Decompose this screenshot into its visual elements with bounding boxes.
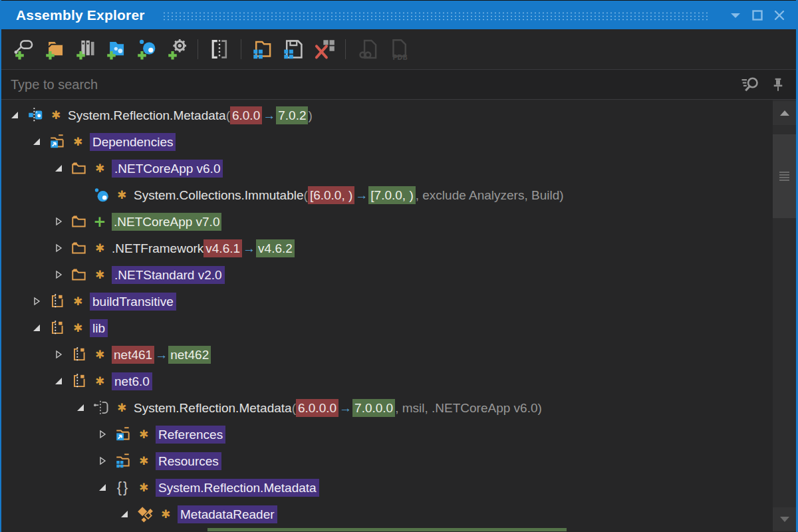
open-folder-button[interactable] bbox=[41, 36, 67, 63]
titlebar[interactable]: Assembly Explorer bbox=[1, 0, 796, 29]
folder-icon bbox=[69, 160, 89, 177]
expander-expanded-icon[interactable] bbox=[97, 482, 113, 493]
expander-collapsed-icon[interactable] bbox=[53, 243, 69, 253]
close-icon[interactable] bbox=[771, 7, 788, 24]
label-segment-purple: net6.0 bbox=[112, 372, 152, 390]
tree-row[interactable]: ✱buildTransitive bbox=[1, 288, 796, 315]
changed-marker: ✱ bbox=[49, 108, 63, 122]
expander-collapsed-icon[interactable] bbox=[97, 429, 113, 440]
package-folder-icon bbox=[47, 293, 67, 310]
expander-collapsed-icon[interactable] bbox=[31, 296, 47, 307]
clipped-tree-row-highlight bbox=[207, 528, 567, 531]
label-segment-red: v4.6.1 bbox=[203, 239, 242, 257]
svg-text:PDB: PDB bbox=[392, 54, 408, 61]
package-folder-icon bbox=[69, 346, 89, 363]
remove-assemblies-button[interactable] bbox=[311, 36, 337, 63]
tree-row-label: System.Reflection.Metadata (6.0.0.0→7.0.… bbox=[134, 399, 542, 417]
tree-row[interactable]: ✱lib bbox=[1, 315, 796, 341]
tree-row[interactable]: {}✱System.Reflection.Metadata bbox=[1, 474, 796, 501]
expander-collapsed-icon[interactable] bbox=[53, 349, 69, 360]
pin-icon[interactable] bbox=[767, 73, 789, 96]
toolbar-separator bbox=[345, 39, 346, 59]
search-input[interactable] bbox=[11, 77, 733, 92]
package-folder-icon bbox=[69, 372, 89, 390]
expander-expanded-icon[interactable] bbox=[9, 110, 25, 120]
expander-expanded-icon[interactable] bbox=[31, 323, 47, 333]
open-from-gac-button[interactable] bbox=[71, 36, 98, 63]
toolbar: PDB bbox=[1, 29, 796, 69]
scroll-up-button[interactable] bbox=[773, 101, 796, 125]
label-segment-name: System.Reflection.Metadata bbox=[68, 106, 226, 124]
tree-row[interactable]: ✱net461→net462 bbox=[1, 341, 796, 368]
expander-expanded-icon[interactable] bbox=[53, 163, 69, 174]
open-process-button[interactable] bbox=[163, 36, 190, 63]
changed-marker: ✱ bbox=[115, 401, 128, 414]
tree-row-label: System.Reflection.Metadata (6.0.0→7.0.2) bbox=[68, 106, 313, 124]
expander-collapsed-icon[interactable] bbox=[97, 456, 113, 466]
export-to-project-button[interactable] bbox=[249, 36, 276, 63]
namespace-icon: {} bbox=[113, 479, 133, 496]
label-segment-purple: lib bbox=[90, 319, 108, 337]
tree-row[interactable]: ✱System.Reflection.Metadata (6.0.0.0→7.0… bbox=[1, 394, 796, 421]
label-segment-arrow: → bbox=[262, 106, 276, 124]
search-bar bbox=[1, 69, 796, 100]
label-segment-red: 6.0.0.0 bbox=[296, 399, 338, 417]
expander-spacer bbox=[75, 190, 91, 200]
tree-view: ✱System.Reflection.Metadata (6.0.0→7.0.2… bbox=[1, 100, 796, 531]
expander-collapsed-icon[interactable] bbox=[53, 269, 69, 280]
tree-row[interactable]: ✱.NETCoreApp v6.0 bbox=[1, 155, 796, 182]
tree-row[interactable]: +.NETCoreApp v7.0 bbox=[1, 208, 796, 235]
changed-marker: ✱ bbox=[93, 241, 106, 255]
label-segment-detail: , exclude Analyzers, Build) bbox=[416, 186, 564, 204]
label-segment-purple: MetadataReader bbox=[178, 505, 277, 523]
expander-expanded-icon[interactable] bbox=[119, 509, 135, 519]
folder-icon bbox=[69, 213, 89, 230]
open-nuget-package-button[interactable] bbox=[132, 36, 159, 63]
tree-row[interactable]: ✱System.Reflection.Metadata (6.0.0→7.0.2… bbox=[1, 102, 796, 128]
window-title: Assembly Explorer bbox=[16, 7, 145, 23]
expander-expanded-icon[interactable] bbox=[53, 376, 69, 386]
label-segment-purple: .NETCoreApp v6.0 bbox=[112, 160, 223, 178]
tree-row[interactable]: ✱Resources bbox=[1, 448, 796, 474]
expander-expanded-icon[interactable] bbox=[75, 402, 91, 413]
maximize-icon[interactable] bbox=[749, 7, 766, 24]
tree-row-label: lib bbox=[90, 319, 108, 337]
label-segment-green: 7.0.2 bbox=[276, 106, 308, 124]
scroll-down-button[interactable] bbox=[773, 507, 796, 531]
toolbar-separator bbox=[198, 39, 198, 59]
dependencies-folder-icon bbox=[47, 133, 67, 150]
titlebar-grip[interactable] bbox=[162, 11, 710, 22]
label-segment-green: net462 bbox=[168, 346, 211, 364]
tree-row-label: buildTransitive bbox=[90, 293, 176, 311]
assembly-icon bbox=[91, 399, 111, 416]
tree-row-label: .NETCoreApp v7.0 bbox=[112, 213, 221, 231]
open-folder-assemblies-button[interactable] bbox=[102, 36, 128, 63]
label-segment-arrow: → bbox=[354, 186, 368, 204]
expander-expanded-icon[interactable] bbox=[31, 136, 47, 147]
tree-row[interactable]: ✱.NETStandard v2.0 bbox=[1, 261, 796, 288]
changed-marker: ✱ bbox=[93, 348, 106, 361]
label-segment-purple: System.Reflection.Metadata bbox=[156, 479, 319, 497]
chevron-down-icon[interactable] bbox=[727, 7, 744, 24]
scrollbar-thumb[interactable] bbox=[773, 134, 796, 218]
label-segment-arrow: → bbox=[154, 346, 168, 364]
label-segment-green: .NETCoreApp v7.0 bbox=[112, 213, 221, 231]
tree-row[interactable]: ✱Dependencies bbox=[1, 128, 796, 155]
tree-row[interactable]: ✱System.Collections.Immutable ([6.0.0, )… bbox=[1, 182, 796, 208]
tree-row[interactable]: ✱net6.0 bbox=[1, 368, 796, 394]
tree-row-label: System.Reflection.Metadata bbox=[156, 479, 319, 497]
open-assembly-button[interactable] bbox=[10, 36, 37, 63]
search-options-icon[interactable] bbox=[739, 73, 761, 96]
tree-row-label: .NETFramework v4.6.1→v4.6.2 bbox=[112, 239, 295, 257]
label-segment-purple: References bbox=[156, 426, 225, 444]
tree-row[interactable]: ✱References bbox=[1, 421, 796, 448]
compare-assemblies-button[interactable] bbox=[206, 36, 233, 63]
save-nuget-packages-button[interactable] bbox=[280, 36, 307, 63]
label-segment-name: System.Collections.Immutable bbox=[134, 186, 304, 204]
vertical-scrollbar[interactable] bbox=[773, 100, 796, 531]
tree-row[interactable]: ✱.NETFramework v4.6.1→v4.6.2 bbox=[1, 235, 796, 261]
label-segment-red: [6.0.0, ) bbox=[308, 186, 354, 204]
tree-row[interactable]: ✱MetadataReader bbox=[1, 501, 796, 527]
expander-collapsed-icon[interactable] bbox=[53, 216, 69, 227]
changed-marker: ✱ bbox=[93, 374, 106, 388]
